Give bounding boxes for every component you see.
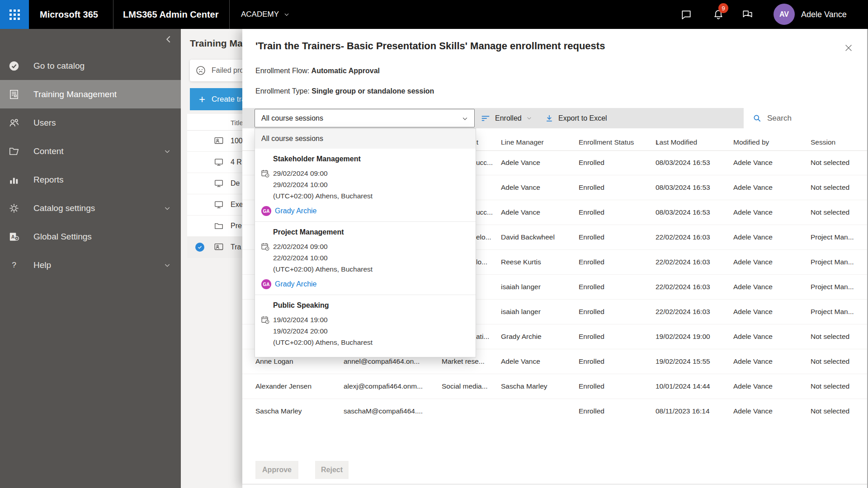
training-title: 4 R xyxy=(231,152,242,173)
waffle-icon xyxy=(9,9,20,20)
close-icon[interactable] xyxy=(844,43,854,53)
topbar-divider xyxy=(113,0,113,29)
cell-last-modified: 08/03/2024 16:53 xyxy=(656,150,710,175)
sort-descending-icon: ↓ xyxy=(656,134,659,150)
sidebar-item-go-to-catalog[interactable]: Go to catalog xyxy=(0,52,181,80)
session-dates: 22/02/2024 09:00 22/02/2024 10:00 (UTC+0… xyxy=(273,241,476,275)
table-row[interactable]: Alexander Jensenalexj@compafi464.onm...S… xyxy=(242,374,868,399)
line-manager-column-header[interactable]: Line Manager xyxy=(501,134,544,150)
session-start: 22/02/2024 09:00 xyxy=(273,241,476,252)
create-training-label: Create tra xyxy=(212,95,246,104)
dropdown-option-session[interactable]: Project Management 22/02/2024 09:00 22/0… xyxy=(255,222,476,295)
manage-enrollment-requests-modal: 'Train the Trainers- Basic Presentation … xyxy=(242,29,868,488)
elearning-monitor-icon xyxy=(214,200,224,210)
elearning-monitor-icon xyxy=(214,178,224,188)
cell-modified-by: Adele Vance xyxy=(733,200,773,225)
chat-icon[interactable] xyxy=(680,9,692,20)
sidebar-item-global-settings[interactable]: A Global Settings xyxy=(0,222,181,251)
cell-name: Sascha Marley xyxy=(255,399,302,423)
user-avatar[interactable]: AV xyxy=(774,4,795,25)
cell-status: Enrolled xyxy=(579,200,604,225)
export-to-excel-label: Export to Excel xyxy=(558,114,607,122)
cell-department: lo... xyxy=(476,250,487,274)
cell-department: Social media... xyxy=(442,374,488,399)
cell-session: Not selected xyxy=(811,200,849,225)
cell-email: alexj@compafi464.onm... xyxy=(344,374,423,399)
session-column-header[interactable]: Session xyxy=(811,134,835,150)
product-title[interactable]: LMS365 Admin Center xyxy=(123,0,219,29)
table-row[interactable]: Sascha MarleysaschaM@compafi464....Enrol… xyxy=(242,399,868,423)
cell-last-modified: 19/02/2024 15:55 xyxy=(656,349,710,374)
training-title: Exe xyxy=(231,194,243,215)
session-timezone: (UTC+02:00) Athens, Bucharest xyxy=(273,337,476,348)
cell-session: Project Man... xyxy=(811,300,854,324)
course-session-select[interactable]: All course sessions xyxy=(255,109,475,127)
instructor-link[interactable]: Grady Archie xyxy=(275,280,316,288)
cell-last-modified: 22/02/2024 16:03 xyxy=(656,250,710,274)
search-box xyxy=(744,108,868,128)
instructor-avatar: GA xyxy=(261,206,271,216)
sidebar-item-users[interactable]: Users xyxy=(0,108,181,137)
session-start: 19/02/2024 19:00 xyxy=(273,314,476,325)
search-input[interactable] xyxy=(766,113,863,123)
cell-status: Enrolled xyxy=(579,150,604,175)
sidebar-collapse-button[interactable] xyxy=(163,33,175,45)
sidebar-item-catalog-settings[interactable]: Catalog settings xyxy=(0,194,181,222)
app-launcher-button[interactable] xyxy=(0,0,29,29)
folder-icon xyxy=(214,221,224,231)
cell-session: Not selected xyxy=(811,175,849,200)
instructor-link[interactable]: Grady Archie xyxy=(275,207,316,215)
sidebar-item-help[interactable]: ? Help xyxy=(0,251,181,279)
title-column-header[interactable]: Title xyxy=(231,119,243,127)
dropdown-option-all-sessions[interactable]: All course sessions xyxy=(255,129,476,149)
sidebar-item-label: Go to catalog xyxy=(33,61,85,71)
modal-title: 'Train the Trainers- Basic Presentation … xyxy=(255,40,605,52)
cell-last-modified: 10/01/2024 14:44 xyxy=(656,374,710,399)
sidebar-item-training-management[interactable]: Training Management xyxy=(0,80,181,108)
cell-modified-by: Adele Vance xyxy=(733,349,773,374)
dropdown-option-session[interactable]: Stakeholder Management 29/02/2024 09:00 … xyxy=(255,149,476,222)
chevron-down-icon xyxy=(164,262,171,269)
cell-modified-by: Adele Vance xyxy=(733,374,773,399)
cell-line-manager: isaiah langer xyxy=(501,300,541,324)
modal-toolbar: All course sessions Enrolled Export to E… xyxy=(242,108,868,128)
cell-session: Not selected xyxy=(811,374,849,399)
reject-button[interactable]: Reject xyxy=(315,461,349,479)
feedback-icon[interactable] xyxy=(741,9,753,20)
cell-modified-by: Adele Vance xyxy=(733,150,773,175)
brand-title[interactable]: Microsoft 365 xyxy=(40,0,98,29)
session-end: 29/02/2024 10:00 xyxy=(273,179,476,190)
sidebar-item-content[interactable]: Content xyxy=(0,137,181,165)
user-name: Adele Vance xyxy=(801,0,847,29)
cell-session: Not selected xyxy=(811,399,849,423)
search-icon xyxy=(753,114,762,123)
training-title: 100 xyxy=(231,131,243,151)
sidebar-item-reports[interactable]: Reports xyxy=(0,165,181,194)
session-dates: 19/02/2024 19:00 19/02/2024 20:00 (UTC+0… xyxy=(273,314,476,348)
calendar-clock-icon xyxy=(261,242,270,251)
approve-button[interactable]: Approve xyxy=(255,461,298,479)
users-icon xyxy=(8,117,20,129)
enrollment-type-line: Enrollment Type: Single group or standal… xyxy=(255,87,434,95)
cell-department: ucc... xyxy=(476,150,493,175)
sidebar-item-label: Reports xyxy=(33,175,64,185)
sidebar-item-label: Content xyxy=(33,146,64,156)
export-to-excel-button[interactable]: Export to Excel xyxy=(545,108,607,128)
cell-session: Not selected xyxy=(811,150,849,175)
modified-by-column-header[interactable]: Modified by xyxy=(733,134,769,150)
enrollment-flow-value: Automatic Approval xyxy=(311,67,380,75)
sidebar-item-label: Users xyxy=(33,118,56,128)
chevron-down-icon xyxy=(164,148,171,155)
status-filter[interactable]: Enrolled xyxy=(481,108,532,128)
enrollment-status-column-header[interactable]: Enrollment Status xyxy=(579,134,634,150)
enrollment-flow-label: Enrollment Flow: xyxy=(255,67,309,75)
enrollment-type-label: Enrollment Type: xyxy=(255,87,310,95)
cell-line-manager: Adele Vance xyxy=(501,349,540,374)
dropdown-option-session[interactable]: Public Speaking 19/02/2024 19:00 19/02/2… xyxy=(255,295,476,353)
sidebar: Go to catalog Training Management Users … xyxy=(0,29,181,488)
tenant-switcher[interactable]: ACADEMY xyxy=(241,0,290,29)
enrollment-flow-line: Enrollment Flow: Automatic Approval xyxy=(255,67,380,75)
global-settings-icon: A xyxy=(8,231,20,243)
sad-face-icon xyxy=(195,65,206,76)
cell-line-manager: Grady Archie xyxy=(501,324,542,349)
